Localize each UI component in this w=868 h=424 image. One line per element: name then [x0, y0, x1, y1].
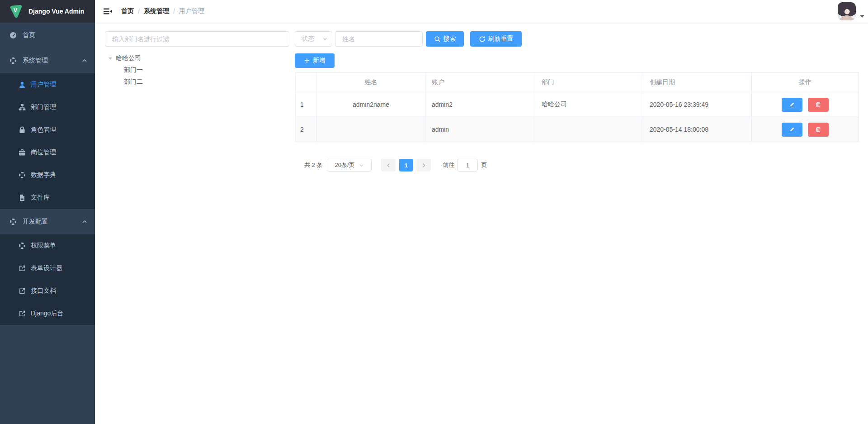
sidebar-item-label: 权限菜单 — [31, 242, 56, 250]
chevron-left-icon — [386, 162, 392, 168]
sidebar-item-label: 表单设计器 — [31, 264, 62, 272]
cell-account: admin — [425, 117, 535, 142]
tree-node-child[interactable]: 部门二 — [105, 76, 289, 88]
sidebar-menu: 首页 系统管理 用户管理 — [0, 23, 95, 325]
refresh-reset-button-label: 刷新重置 — [488, 35, 514, 43]
caret-down-icon[interactable] — [860, 15, 864, 18]
page-size-value: 20条/页 — [335, 161, 354, 169]
org-tree-icon — [19, 104, 26, 111]
sidebar-item-label: 文件库 — [31, 194, 50, 202]
sidebar-item-label: 用户管理 — [31, 81, 56, 89]
sidebar-item-home[interactable]: 首页 — [0, 23, 95, 48]
chevron-up-icon — [82, 58, 87, 63]
trash-icon — [815, 126, 821, 133]
edit-button[interactable] — [782, 98, 802, 112]
sidebar: V Django Vue Admin 首页 系统管理 — [0, 0, 95, 424]
sidebar-group-label: 开发配置 — [23, 218, 48, 226]
cell-actions — [752, 117, 859, 142]
cell-index: 2 — [296, 117, 317, 142]
page-jumper-input[interactable] — [457, 159, 478, 172]
sidebar-item-dictionary[interactable]: 数据字典 — [0, 164, 95, 186]
refresh-reset-button[interactable]: 刷新重置 — [470, 31, 522, 47]
dashboard-icon — [9, 32, 17, 39]
sidebar-item-files[interactable]: 文件库 — [0, 186, 95, 209]
sidebar-group-system[interactable]: 系统管理 — [0, 48, 95, 73]
dict-icon — [19, 172, 26, 179]
sidebar-item-permission-menu[interactable]: 权限菜单 — [0, 234, 95, 257]
tree-node-label: 部门二 — [124, 78, 143, 86]
cell-actions — [752, 92, 859, 117]
cell-created: 2020-05-14 18:00:08 — [643, 117, 752, 142]
sidebar-item-departments[interactable]: 部门管理 — [0, 96, 95, 119]
name-filter — [335, 31, 423, 47]
page-size-select[interactable]: 20条/页 — [327, 159, 372, 172]
external-link-icon — [19, 287, 26, 295]
sidebar-item-positions[interactable]: 岗位管理 — [0, 141, 95, 164]
sidebar-item-label: Django后台 — [31, 310, 63, 318]
tree-node-label: 部门一 — [124, 66, 143, 74]
cell-dept: 哈哈公司 — [535, 92, 643, 117]
breadcrumb-system[interactable]: 系统管理 — [144, 7, 169, 15]
breadcrumb-home[interactable]: 首页 — [121, 7, 134, 15]
svg-text:V: V — [14, 7, 18, 14]
table-header-row: 姓名 账户 部门 创建日期 操作 — [296, 73, 859, 92]
prev-page-button[interactable] — [381, 159, 396, 172]
page-number-active[interactable]: 1 — [399, 159, 413, 172]
sidebar-item-form-designer[interactable]: 表单设计器 — [0, 257, 95, 280]
search-button[interactable]: 搜索 — [426, 31, 464, 47]
trash-icon — [815, 101, 821, 108]
sidebar-item-api-docs[interactable]: 接口文档 — [0, 280, 95, 302]
breadcrumb-current: 用户管理 — [179, 7, 204, 15]
delete-button[interactable] — [808, 98, 829, 112]
status-select[interactable]: 状态 — [295, 31, 332, 47]
app-root: V Django Vue Admin 首页 系统管理 — [0, 0, 868, 424]
col-header-name: 姓名 — [317, 73, 425, 92]
sidebar-group-devconfig[interactable]: 开发配置 — [0, 209, 95, 234]
col-header-account: 账户 — [425, 73, 535, 92]
vue-logo-icon: V — [9, 5, 23, 18]
cell-index: 1 — [296, 92, 317, 117]
col-header-actions: 操作 — [752, 73, 859, 92]
submenu-devconfig: 权限菜单 表单设计器 接口文档 — [0, 234, 95, 325]
tree-expand-icon[interactable] — [105, 57, 116, 60]
breadcrumb-separator: / — [173, 8, 175, 15]
user-avatar[interactable] — [838, 2, 856, 20]
dept-filter-input[interactable] — [105, 31, 289, 47]
delete-button[interactable] — [808, 123, 829, 137]
add-button[interactable]: 新增 — [295, 53, 335, 68]
tree-node-child[interactable]: 部门一 — [105, 64, 289, 76]
plus-icon — [304, 57, 310, 64]
hamburger-button[interactable] — [95, 0, 119, 23]
dept-tree: 哈哈公司 部门一 部门二 — [105, 52, 289, 88]
sidebar-item-label: 接口文档 — [31, 287, 56, 295]
search-icon — [434, 36, 441, 43]
cell-created: 2020-05-16 23:39:49 — [643, 92, 752, 117]
chevron-right-icon — [421, 162, 427, 168]
app-logo[interactable]: V Django Vue Admin — [0, 0, 95, 23]
chevron-down-icon — [322, 36, 328, 42]
permission-icon — [19, 242, 26, 249]
tree-node-root[interactable]: 哈哈公司 — [105, 52, 289, 64]
tree-node-label: 哈哈公司 — [116, 54, 141, 62]
sidebar-item-django-admin[interactable]: Django后台 — [0, 302, 95, 325]
cell-dept — [535, 117, 643, 142]
edit-button[interactable] — [782, 123, 802, 137]
briefcase-icon — [19, 149, 26, 156]
search-button-label: 搜索 — [443, 35, 456, 43]
status-select-placeholder: 状态 — [302, 35, 314, 43]
sidebar-item-label: 数据字典 — [31, 171, 56, 179]
breadcrumb: 首页 / 系统管理 / 用户管理 — [121, 7, 204, 15]
app-title: Django Vue Admin — [28, 8, 84, 15]
refresh-icon — [479, 36, 486, 43]
edit-icon — [789, 101, 795, 108]
sidebar-item-roles[interactable]: 角色管理 — [0, 119, 95, 141]
next-page-button[interactable] — [416, 159, 431, 172]
sidebar-item-label: 首页 — [23, 31, 35, 39]
sidebar-item-users[interactable]: 用户管理 — [0, 73, 95, 96]
add-button-label: 新增 — [313, 57, 326, 65]
cell-account: admin2 — [425, 92, 535, 117]
col-header-index — [296, 73, 317, 92]
hamburger-icon — [103, 7, 112, 16]
name-filter-input[interactable] — [335, 31, 423, 47]
dept-filter — [105, 31, 289, 47]
